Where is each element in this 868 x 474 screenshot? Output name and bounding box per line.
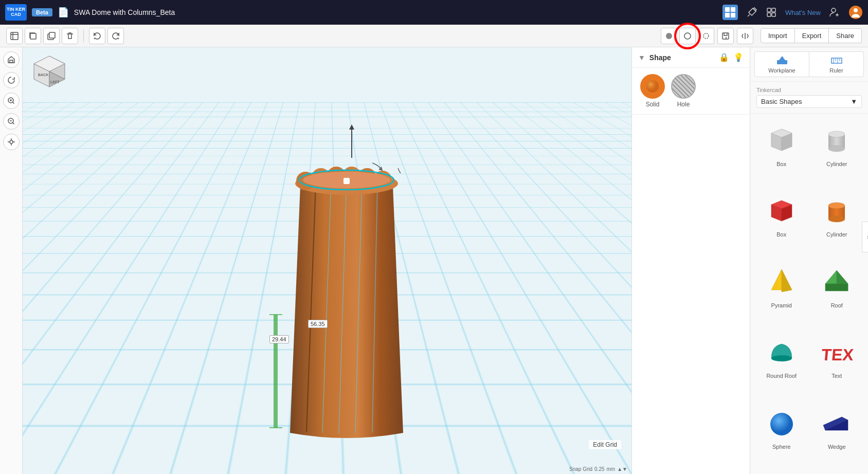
import-button[interactable]: Import <box>761 28 795 43</box>
fit-all-button[interactable] <box>3 134 20 150</box>
shape-item-roof[interactable]: Roof <box>810 259 864 329</box>
svg-point-64 <box>828 131 845 137</box>
shape-item-cylinder-orange[interactable]: Cylinder <box>810 188 864 258</box>
view-ortho-button[interactable] <box>679 28 696 44</box>
3d-column-shape[interactable] <box>269 124 424 464</box>
svg-point-79 <box>770 413 793 435</box>
snap-grid-value: 0.25 <box>594 466 604 472</box>
dropdown-arrow: ▼ <box>851 98 857 105</box>
pyramid-visual <box>763 263 800 300</box>
shape-item-box-red[interactable]: Box <box>754 188 809 258</box>
tinkercad-logo[interactable]: TIN KER CAD <box>5 4 27 21</box>
svg-point-77 <box>771 355 792 361</box>
view-perspective-button[interactable] <box>661 28 677 44</box>
action-buttons: Import Export Share <box>761 28 862 43</box>
main-area: BACK LEFT <box>0 47 868 474</box>
svg-marker-45 <box>349 124 354 130</box>
svg-rect-18 <box>722 33 729 39</box>
category-dropdown[interactable]: Basic Shapes ▼ <box>756 95 862 108</box>
provider-label: Tinkercad <box>756 87 862 93</box>
view-side-button[interactable] <box>698 28 714 44</box>
shapes-lib-header: Tinkercad Basic Shapes ▼ <box>750 82 868 114</box>
zoom-out-button[interactable] <box>3 113 20 130</box>
workplane-label: Workplane <box>768 67 795 74</box>
svg-point-15 <box>666 33 672 39</box>
svg-rect-76 <box>825 284 848 291</box>
shape-item-sphere[interactable]: Sphere <box>754 400 809 470</box>
svg-text:BACK: BACK <box>38 73 48 77</box>
svg-text:TEXT: TEXT <box>821 345 854 364</box>
svg-rect-12 <box>30 33 36 39</box>
shape-item-box-grey[interactable]: Box <box>754 118 809 187</box>
new-button[interactable] <box>6 28 23 44</box>
edit-grid-button[interactable]: Edit Grid <box>589 440 621 449</box>
tools-button[interactable] <box>746 7 757 18</box>
export-button[interactable]: Export <box>795 28 829 43</box>
svg-marker-53 <box>779 56 785 60</box>
ruler-label: Ruler <box>829 67 843 74</box>
cylinder-grey-label: Cylinder <box>826 161 847 167</box>
box-grey-visual <box>763 122 800 159</box>
workplane-button[interactable]: Workplane <box>754 51 809 77</box>
left-nav <box>0 47 23 474</box>
beta-badge: Beta <box>32 8 52 16</box>
svg-point-71 <box>828 216 845 222</box>
shapes-library: Workplane Ruler Tinkercad Basic Shapes ▼ <box>750 47 868 474</box>
toolbar-right: Import Export Share <box>661 28 862 44</box>
shape-item-round-roof[interactable]: Round Roof <box>754 330 809 399</box>
mirror-button[interactable] <box>737 28 753 44</box>
svg-point-17 <box>703 33 709 39</box>
expand-panel-arrow[interactable]: › <box>862 222 868 252</box>
pyramid-label: Pyramid <box>771 302 792 308</box>
toolbar: Import Export Share <box>0 25 868 47</box>
whats-new-button[interactable]: What's New <box>785 9 821 16</box>
svg-marker-73 <box>782 269 792 292</box>
undo-button[interactable] <box>89 28 105 44</box>
round-roof-label: Round Roof <box>766 373 797 379</box>
delete-button[interactable] <box>62 28 78 44</box>
rotate-view-button[interactable] <box>3 72 20 88</box>
shape-item-wedge[interactable]: Wedge <box>810 400 864 470</box>
viewport[interactable]: BACK LEFT <box>23 47 631 474</box>
box-grey-label: Box <box>776 161 786 167</box>
save-view-button[interactable] <box>717 28 734 44</box>
svg-rect-54 <box>831 58 842 63</box>
view-ortho-container <box>679 28 696 44</box>
grid-view-button[interactable] <box>722 5 738 20</box>
project-name: SWA Dome with Columns_Beta <box>74 8 175 16</box>
duplicate-button[interactable] <box>43 28 60 44</box>
shape-item-text[interactable]: TEXT Text <box>810 330 864 399</box>
text-visual: TEXT <box>818 334 855 371</box>
ruler-button[interactable]: Ruler <box>809 51 864 77</box>
user-profile-button[interactable] <box>848 5 863 20</box>
shapes-grid: Box <box>750 114 868 474</box>
redo-button[interactable] <box>107 28 124 44</box>
svg-rect-7 <box>772 13 775 16</box>
svg-point-70 <box>828 203 845 209</box>
home-view-button[interactable] <box>3 51 20 68</box>
top-bar-right: What's New <box>722 5 863 20</box>
svg-rect-14 <box>49 32 55 38</box>
svg-rect-2 <box>725 13 730 17</box>
sphere-label: Sphere <box>772 444 790 450</box>
share-button[interactable]: Share <box>829 28 862 43</box>
copy-button[interactable] <box>25 28 41 44</box>
settings-button[interactable] <box>766 7 777 18</box>
shape-item-pyramid[interactable]: Pyramid <box>754 259 809 329</box>
box-red-label: Box <box>776 231 786 238</box>
svg-rect-52 <box>777 60 787 64</box>
workplane-ruler-buttons: Workplane Ruler <box>750 47 868 82</box>
cube-navigator[interactable]: BACK LEFT <box>29 53 70 95</box>
light-icon[interactable]: 💡 <box>733 52 744 62</box>
svg-rect-6 <box>767 13 771 16</box>
snap-grid-arrows[interactable]: ▲▼ <box>617 466 627 472</box>
zoom-in-button[interactable] <box>3 93 20 109</box>
solid-type-item[interactable]: Solid <box>640 74 665 108</box>
add-user-button[interactable] <box>829 7 840 18</box>
hole-icon <box>671 74 696 99</box>
shape-item-cylinder-grey[interactable]: Cylinder <box>810 118 864 187</box>
lock-icon[interactable]: 🔒 <box>719 52 729 62</box>
panel-collapse-button[interactable]: ▼ <box>638 53 645 62</box>
hole-type-item[interactable]: Hole <box>671 74 696 108</box>
dimension-label-2: 29.44 <box>269 335 289 343</box>
